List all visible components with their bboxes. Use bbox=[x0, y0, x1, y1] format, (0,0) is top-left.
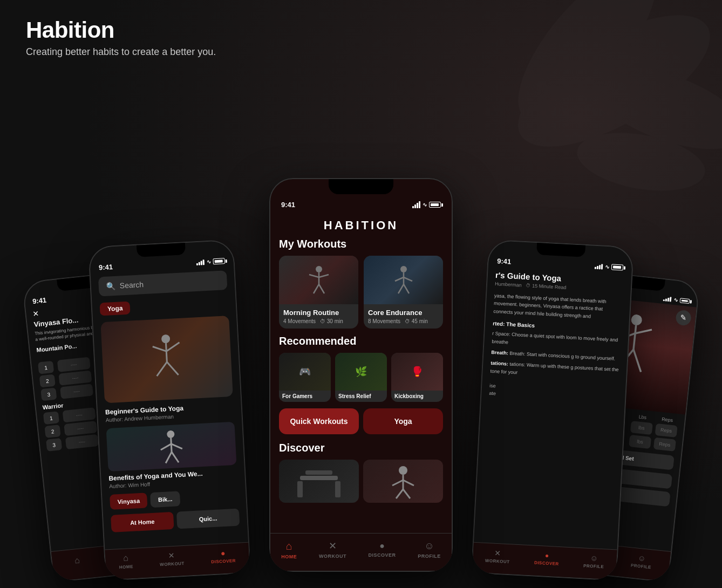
article-item-2[interactable]: Benefits of Yoga and You We... Author: W… bbox=[108, 468, 237, 489]
morning-name: Morning Routine bbox=[283, 309, 354, 317]
svg-line-39 bbox=[634, 325, 636, 350]
col-reps: Reps bbox=[656, 416, 678, 423]
svg-rect-31 bbox=[335, 481, 340, 497]
svg-line-36 bbox=[396, 489, 403, 498]
nav-profile-far-right[interactable]: ☺ PROFILE bbox=[630, 552, 652, 570]
nav-workout-center[interactable]: ✕ WORKOUT bbox=[319, 540, 346, 559]
core-time: ⏱ 45 min bbox=[405, 318, 428, 324]
lbs-input-1[interactable]: lbs bbox=[630, 421, 653, 435]
svg-line-14 bbox=[165, 452, 172, 463]
gamers-label: For Gamers bbox=[279, 391, 331, 402]
phone-left: 9:41 ∿ 🔍 Search Yoga bbox=[88, 239, 251, 580]
svg-line-9 bbox=[167, 361, 178, 375]
morning-img bbox=[279, 256, 358, 304]
set-val: ---- bbox=[60, 384, 93, 399]
nav-workout-left[interactable]: ✕ WORKOUT bbox=[159, 550, 185, 566]
app-subtitle: Creating better habits to create a bette… bbox=[26, 46, 696, 58]
lbs-input-2[interactable]: lbs bbox=[629, 435, 651, 449]
svg-point-4 bbox=[161, 334, 171, 344]
rec-card-stress[interactable]: 🌿 Stress Relief bbox=[335, 353, 387, 402]
quick-btn-left[interactable]: Quic... bbox=[176, 509, 240, 529]
search-placeholder: Search bbox=[119, 280, 144, 290]
svg-line-25 bbox=[404, 277, 412, 281]
filter-bik[interactable]: Bik... bbox=[150, 491, 180, 508]
nav-home-left[interactable]: ⌂ HOME bbox=[119, 552, 134, 569]
center-status-time: 9:41 bbox=[281, 201, 295, 209]
rec-card-kickboxing[interactable]: 🥊 Kickboxing bbox=[391, 353, 443, 402]
nav-workout-right[interactable]: ✕ WORKOUT bbox=[485, 548, 510, 564]
svg-point-38 bbox=[631, 314, 643, 326]
morning-time: ⏱ 30 min bbox=[320, 318, 343, 324]
core-name: Core Endurance bbox=[368, 309, 439, 317]
col-lbs: Lbs bbox=[632, 413, 654, 421]
svg-line-24 bbox=[395, 277, 404, 281]
article-thumb-2 bbox=[106, 422, 237, 471]
svg-line-5 bbox=[166, 343, 167, 362]
list-item-3: tations: tations: Warm up with these g p… bbox=[490, 359, 619, 381]
recommended-title: Recommended bbox=[270, 335, 452, 353]
set-num: 3 bbox=[40, 388, 57, 401]
stress-label: Stress Relief bbox=[335, 391, 387, 402]
nav-profile-center[interactable]: ☺ PROFILE bbox=[418, 541, 441, 559]
rec-card-gamers[interactable]: 🎮 For Gamers bbox=[279, 353, 331, 402]
quick-workouts-btn[interactable]: Quick Workouts bbox=[279, 408, 359, 434]
quick-workout-buttons: Quick Workouts Yoga bbox=[270, 408, 452, 442]
svg-point-16 bbox=[316, 266, 322, 272]
nav-discover-left[interactable]: ● DISCOVER bbox=[210, 548, 236, 564]
svg-line-26 bbox=[398, 284, 404, 293]
filter-buttons: Vinyasa Bik... bbox=[110, 488, 239, 510]
set-num: 1 bbox=[38, 361, 54, 374]
at-home-btn[interactable]: At Home bbox=[111, 512, 174, 532]
reps-input-2[interactable]: Reps bbox=[653, 437, 676, 452]
kickbox-label: Kickboxing bbox=[391, 391, 443, 402]
set-val: ---- bbox=[57, 357, 91, 372]
nav-home-far-left[interactable]: ⌂ bbox=[74, 556, 80, 568]
workout-card-morning[interactable]: Morning Routine 4 Movements ⏱ 30 min bbox=[279, 256, 358, 329]
svg-line-18 bbox=[309, 275, 319, 277]
edit-icon[interactable]: ✎ bbox=[675, 310, 692, 326]
svg-line-34 bbox=[392, 480, 403, 486]
svg-line-21 bbox=[319, 284, 324, 293]
svg-point-32 bbox=[399, 466, 407, 475]
my-workouts-title: My Workouts bbox=[270, 238, 452, 256]
yoga-tag[interactable]: Yoga bbox=[99, 302, 131, 316]
set-num: 2 bbox=[39, 374, 56, 388]
discover-card-1[interactable] bbox=[279, 460, 359, 503]
svg-line-15 bbox=[172, 452, 179, 463]
close-btn[interactable]: ✕ bbox=[32, 309, 40, 318]
discover-card-2[interactable] bbox=[363, 460, 443, 503]
recommended-cards: 🎮 For Gamers 🌿 Stress Relief 🥊 bbox=[270, 353, 452, 408]
status-time-left: 9:41 bbox=[99, 263, 113, 271]
svg-rect-30 bbox=[297, 481, 303, 497]
phone-center: 9:41 ∿ HABITION My Workouts bbox=[269, 178, 453, 572]
svg-line-11 bbox=[171, 438, 172, 452]
phones-container: 9:41 ∿ ✕ Vinyasa Flo... This invigoratin… bbox=[37, 86, 685, 588]
nav-profile-right[interactable]: ☺ PROFILE bbox=[583, 553, 605, 569]
discover-title: Discover bbox=[270, 442, 452, 460]
svg-line-37 bbox=[403, 489, 410, 498]
core-img bbox=[364, 256, 443, 304]
workout-card-core[interactable]: Core Endurance 8 Movements ⏱ 45 min bbox=[364, 256, 443, 329]
svg-point-10 bbox=[167, 430, 175, 439]
reps-input-1[interactable]: Reps bbox=[655, 423, 678, 437]
svg-line-7 bbox=[166, 343, 180, 351]
kickbox-img: 🥊 bbox=[391, 353, 443, 391]
gamers-img: 🎮 bbox=[279, 353, 331, 391]
svg-line-43 bbox=[631, 350, 643, 372]
svg-line-35 bbox=[403, 480, 414, 486]
svg-line-27 bbox=[404, 284, 409, 293]
svg-line-12 bbox=[160, 444, 171, 450]
phone-right: 9:41 ∿ r's Guide to Yoga Humberman ⏱ 15 … bbox=[471, 239, 634, 580]
svg-line-41 bbox=[635, 328, 652, 335]
article-item-1[interactable]: Beginner's Guide to Yoga Author: Andrew … bbox=[105, 402, 234, 423]
svg-line-19 bbox=[319, 275, 329, 277]
search-bar[interactable]: 🔍 Search bbox=[98, 270, 228, 296]
nav-discover-right[interactable]: ● DISCOVER bbox=[534, 551, 560, 566]
nav-discover-center[interactable]: ● DISCOVER bbox=[369, 541, 396, 558]
workout-cards: Morning Routine 4 Movements ⏱ 30 min bbox=[270, 256, 452, 335]
discover-row bbox=[270, 460, 452, 508]
yoga-btn[interactable]: Yoga bbox=[363, 408, 443, 434]
status-time-far-left: 9:41 bbox=[32, 296, 46, 305]
nav-home-center[interactable]: ⌂ HOME bbox=[281, 540, 297, 559]
filter-vinyasa[interactable]: Vinyasa bbox=[110, 493, 148, 510]
